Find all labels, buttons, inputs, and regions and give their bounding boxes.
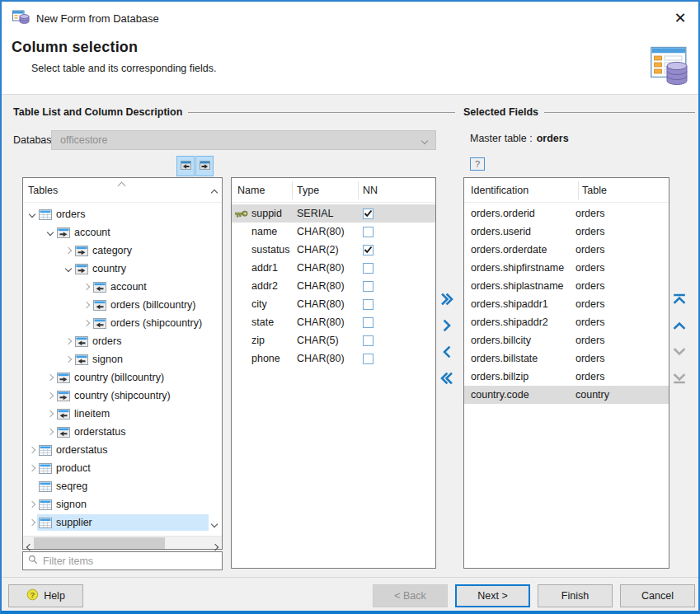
expander-closed-icon[interactable]: [63, 357, 73, 362]
expander-closed-icon[interactable]: [45, 375, 55, 380]
tree-item-orderstatus[interactable]: orderstatus: [23, 441, 209, 459]
expander-closed-icon[interactable]: [82, 321, 92, 326]
not-null-checkbox[interactable]: [363, 354, 373, 364]
scroll-right-icon[interactable]: [213, 541, 218, 552]
tree-header[interactable]: Tables: [23, 178, 222, 203]
selected-field-row-orders-orderdate[interactable]: orders.orderdateorders: [464, 241, 669, 259]
tree-item-signon[interactable]: signon: [23, 350, 209, 368]
selected-field-row-orders-shipaddr1[interactable]: orders.shipaddr1orders: [464, 295, 669, 313]
tree-item-orders[interactable]: orders: [23, 332, 209, 350]
tree-item-country-billcountry[interactable]: country (billcountry): [23, 368, 209, 387]
tree-item-lineitem[interactable]: lineitem: [23, 405, 209, 423]
tree-item-account[interactable]: account: [23, 223, 209, 241]
not-null-checkbox[interactable]: [363, 245, 373, 255]
column-row-city[interactable]: cityCHAR(80): [232, 295, 435, 313]
remove-field-button[interactable]: [438, 344, 456, 361]
columns-table-header[interactable]: Name Type NN: [232, 178, 435, 203]
help-button[interactable]: ? Help: [8, 584, 83, 607]
column-row-phone[interactable]: phoneCHAR(80): [232, 349, 435, 368]
tree-item-seqreg[interactable]: seqreg: [23, 477, 209, 495]
filter-input[interactable]: [43, 555, 217, 567]
next-button[interactable]: Next >: [455, 584, 530, 607]
tree-item-body: seqreg: [37, 478, 209, 494]
expander-closed-icon[interactable]: [82, 284, 92, 289]
selected-field-row-orders-billzip[interactable]: orders.billziporders: [464, 368, 669, 386]
not-null-checkbox[interactable]: [363, 263, 373, 274]
tree-item-country[interactable]: country: [23, 260, 209, 278]
tree-item-orders-billcountry[interactable]: orders (billcountry): [23, 296, 209, 314]
expander-open-icon[interactable]: [63, 266, 73, 271]
not-null-checkbox[interactable]: [363, 227, 373, 237]
selected-field-row-orders-shipfirstname[interactable]: orders.shipfirstnameorders: [464, 259, 669, 277]
scroll-down-icon[interactable]: [212, 518, 217, 529]
selected-field-row-orders-billstate[interactable]: orders.billstateorders: [464, 349, 669, 368]
col-header-identification[interactable]: Identification: [471, 185, 529, 196]
expander-closed-icon[interactable]: [82, 302, 92, 307]
expander-closed-icon[interactable]: [27, 466, 37, 471]
column-name: state: [251, 316, 297, 328]
col-header-name[interactable]: Name: [237, 185, 265, 196]
expander-closed-icon[interactable]: [45, 429, 55, 434]
tree-item-country-shipcountry[interactable]: country (shipcountry): [23, 387, 209, 405]
column-type: CHAR(80): [297, 280, 363, 292]
move-top-button[interactable]: [670, 292, 688, 308]
not-null-checkbox[interactable]: [363, 281, 373, 292]
add-field-button[interactable]: [438, 318, 456, 335]
expander-closed-icon[interactable]: [63, 248, 73, 253]
scroll-left-icon[interactable]: [27, 541, 32, 552]
header-separator: [578, 181, 579, 199]
table-icon: [39, 445, 52, 456]
expander-closed-icon[interactable]: [27, 448, 37, 452]
expander-closed-icon[interactable]: [45, 393, 55, 398]
column-row-name[interactable]: nameCHAR(80): [232, 223, 435, 241]
expander-closed-icon[interactable]: [63, 339, 73, 344]
not-null-checkbox[interactable]: [363, 299, 373, 310]
column-row-addr2[interactable]: addr2CHAR(80): [232, 277, 435, 295]
expander-closed-icon[interactable]: [45, 411, 55, 416]
cancel-button[interactable]: Cancel: [620, 584, 695, 607]
selected-field-row-country-code[interactable]: country.codecountry: [464, 386, 669, 404]
close-icon[interactable]: ✕: [669, 7, 692, 30]
finish-button[interactable]: Finish: [538, 584, 613, 607]
database-combobox: officestore: [51, 130, 436, 150]
scrollbar-thumb[interactable]: [34, 537, 165, 549]
horizontal-scrollbar[interactable]: [23, 536, 222, 549]
not-null-checkbox[interactable]: [363, 335, 373, 346]
expander-open-icon[interactable]: [27, 212, 37, 217]
selected-field-row-orders-billcity[interactable]: orders.billcityorders: [464, 331, 669, 349]
column-row-state[interactable]: stateCHAR(80): [232, 313, 435, 331]
expander-closed-icon[interactable]: [27, 502, 37, 507]
col-header-table[interactable]: Table: [582, 185, 607, 196]
selected-field-row-orders-userid[interactable]: orders.useridorders: [464, 223, 669, 241]
selected-field-row-orders-shipaddr2[interactable]: orders.shipaddr2orders: [464, 313, 669, 331]
col-header-nn[interactable]: NN: [363, 185, 378, 196]
column-row-sustatus[interactable]: sustatusCHAR(2): [232, 241, 435, 259]
not-null-checkbox[interactable]: [363, 317, 373, 328]
tree-item-signon[interactable]: signon: [23, 495, 209, 513]
tree-item-orders-shipcountry[interactable]: orders (shipcountry): [23, 314, 209, 332]
expander-open-icon[interactable]: [45, 230, 55, 235]
col-header-type[interactable]: Type: [297, 185, 319, 196]
column-row-addr1[interactable]: addr1CHAR(80): [232, 259, 435, 277]
help-button-label: Help: [44, 590, 65, 602]
detach-table-button[interactable]: [176, 156, 195, 176]
tree-item-product[interactable]: product: [23, 459, 209, 477]
tree-item-orders[interactable]: orders: [23, 205, 209, 223]
tree-item-orderstatus[interactable]: orderstatus: [23, 423, 209, 441]
move-up-button[interactable]: [670, 318, 688, 335]
tree-item-account[interactable]: account: [23, 278, 209, 296]
selected-field-row-orders-orderid[interactable]: orders.orderidorders: [464, 204, 669, 223]
remove-all-fields-button[interactable]: [438, 371, 456, 387]
not-null-checkbox[interactable]: [363, 209, 373, 219]
add-all-fields-button[interactable]: [438, 292, 456, 308]
tree-item-supplier[interactable]: supplier: [23, 513, 209, 532]
column-row-suppid[interactable]: suppidSERIAL: [232, 204, 435, 223]
selected-field-row-orders-shiplastname[interactable]: orders.shiplastnameorders: [464, 277, 669, 295]
help-tip-button[interactable]: ?: [470, 157, 485, 171]
column-row-zip[interactable]: zipCHAR(5): [232, 331, 435, 349]
fields-table-header[interactable]: Identification Table: [464, 178, 669, 203]
attach-table-button[interactable]: [195, 156, 214, 176]
tree-item-category[interactable]: category: [23, 241, 209, 260]
expander-closed-icon[interactable]: [27, 520, 37, 525]
scroll-up-icon[interactable]: [212, 186, 217, 198]
